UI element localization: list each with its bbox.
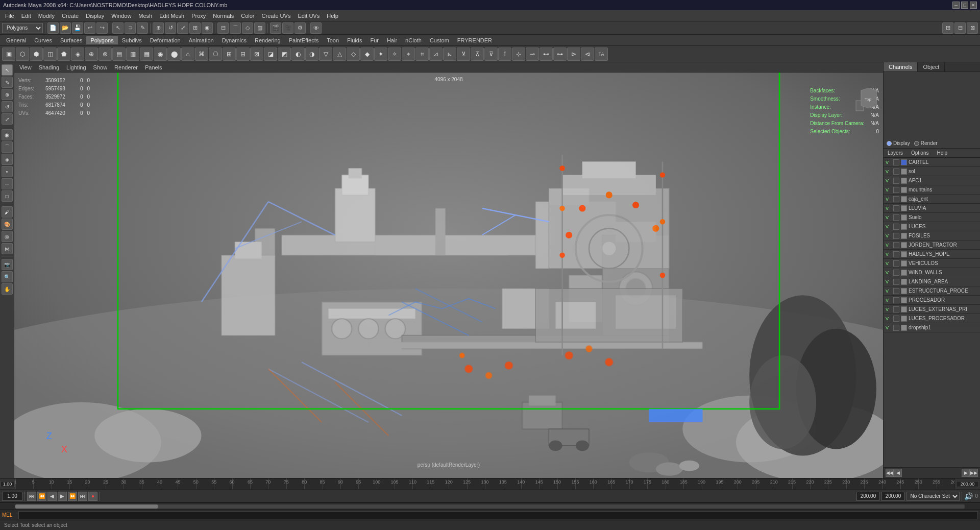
top-right-icon3[interactable]: ⊠ <box>967 22 978 34</box>
cat-general[interactable]: General <box>2 36 30 44</box>
poly-tool-15[interactable]: ⌘ <box>195 47 208 61</box>
layer-color-lucesexternas[interactable] <box>901 306 907 312</box>
options-tab[interactable]: Options <box>909 150 930 156</box>
layer-v-vehiculos[interactable]: V <box>886 261 892 266</box>
component-mode[interactable]: ◈ <box>2 154 13 165</box>
layer-v-suelo[interactable]: V <box>886 215 892 220</box>
paint-tool[interactable]: ✎ <box>2 77 13 88</box>
move-tool[interactable]: ⊕ <box>2 89 13 100</box>
cat-fur[interactable]: Fur <box>366 36 383 44</box>
poly-tool-25[interactable]: △ <box>333 47 346 61</box>
zoom-tool[interactable]: 🔍 <box>2 271 13 282</box>
cat-dynamics[interactable]: Dynamics <box>218 36 251 44</box>
pan-tool[interactable]: ✋ <box>2 283 13 295</box>
poly-tool-14[interactable]: ⌂ <box>181 47 194 61</box>
poly-tool-12[interactable]: ◉ <box>154 47 167 61</box>
scale-tool[interactable]: ⤢ <box>2 113 13 125</box>
poly-tool-20[interactable]: ◪ <box>264 47 277 61</box>
poly-tool-32[interactable]: ⊿ <box>429 47 443 61</box>
undo-btn[interactable]: ↩ <box>84 22 95 34</box>
layer-color-mountains[interactable] <box>901 187 907 193</box>
menu-edit-uvs[interactable]: Edit UVs <box>295 12 323 20</box>
layer-v-mountains[interactable]: V <box>886 187 892 192</box>
vp-menu-view[interactable]: View <box>16 64 35 71</box>
poly-tool-22[interactable]: ◐ <box>291 47 305 61</box>
character-set-dropdown[interactable]: No Character Set <box>906 492 960 501</box>
poly-tool-30[interactable]: ⌖ <box>402 47 415 61</box>
poly-tool-17[interactable]: ⊞ <box>223 47 236 61</box>
help-tab[interactable]: Help <box>935 150 949 156</box>
poly-tool-31[interactable]: ⌗ <box>415 47 429 61</box>
layer-check-cajaent[interactable] <box>893 196 899 202</box>
layer-check-luces[interactable] <box>893 224 899 230</box>
universal-manip-btn[interactable]: ⊞ <box>189 22 201 34</box>
poly-tool-13[interactable]: ⬤ <box>167 47 181 61</box>
open-scene-btn[interactable]: 📂 <box>60 22 71 34</box>
playback-end2-input[interactable] <box>881 492 904 501</box>
poly-tool-21[interactable]: ◩ <box>278 47 291 61</box>
menu-create[interactable]: Create <box>59 12 82 20</box>
poly-tool-26[interactable]: ◇ <box>347 47 360 61</box>
camera-cube[interactable]: Top <box>853 88 879 113</box>
layer-check-jordentractor[interactable] <box>893 242 899 248</box>
poly-tool-19[interactable]: ⊠ <box>250 47 263 61</box>
cat-curves[interactable]: Curves <box>30 36 56 44</box>
layer-v-windwalls[interactable]: V <box>886 270 892 275</box>
layer-check-lucesprocesador[interactable] <box>893 316 899 322</box>
layer-check-lluvia[interactable] <box>893 205 899 211</box>
snap-grid-btn[interactable]: ⊟ <box>217 22 229 34</box>
goto-end-btn[interactable]: ⏭ <box>78 492 87 501</box>
layer-check-windwalls[interactable] <box>893 270 899 276</box>
layer-color-procesador[interactable] <box>901 297 907 303</box>
layer-v-lluvia[interactable]: V <box>886 206 892 211</box>
poly-tool-35[interactable]: ⊼ <box>471 47 484 61</box>
menu-file[interactable]: File <box>2 12 17 20</box>
move-btn[interactable]: ⊕ <box>153 22 164 34</box>
play-fwd-btn[interactable]: ▶ <box>58 492 67 501</box>
menu-color[interactable]: Color <box>238 12 257 20</box>
snap-point-btn[interactable]: ◇ <box>242 22 253 34</box>
poly-tool-38[interactable]: ⊹ <box>512 47 525 61</box>
range-slider[interactable] <box>15 504 965 509</box>
poly-tool-39[interactable]: ⊸ <box>526 47 539 61</box>
cat-polygons[interactable]: Polygons <box>86 36 117 44</box>
vp-menu-panels[interactable]: Panels <box>142 64 165 71</box>
layer-color-sol[interactable] <box>901 168 907 175</box>
layer-check-mountains[interactable] <box>893 187 899 193</box>
poly-tool-29[interactable]: ✧ <box>388 47 401 61</box>
layer-check-sol[interactable] <box>893 168 899 175</box>
poly-tool-27[interactable]: ◆ <box>360 47 374 61</box>
scale-btn[interactable]: ⤢ <box>177 22 188 34</box>
layer-v-estrucctura[interactable]: V <box>886 288 892 294</box>
cat-ncloth[interactable]: nCloth <box>401 36 426 44</box>
layer-color-landingarea[interactable] <box>901 279 907 285</box>
layer-check-landingarea[interactable] <box>893 279 899 285</box>
layer-check-dropship1[interactable] <box>893 325 899 331</box>
rotate-btn[interactable]: ↺ <box>165 22 176 34</box>
layer-v-jordentractor[interactable]: V <box>886 243 892 248</box>
menu-window[interactable]: Window <box>108 12 134 20</box>
poly-tool-ta[interactable]: TA <box>595 47 608 61</box>
cat-hair[interactable]: Hair <box>383 36 401 44</box>
start-frame-input[interactable] <box>1 481 15 487</box>
show-hide-btn[interactable]: 👁 <box>310 22 322 34</box>
layer-color-vehiculos[interactable] <box>901 260 907 267</box>
poly-tool-2[interactable]: ⬡ <box>16 47 29 61</box>
layer-color-apc1[interactable] <box>901 178 907 184</box>
layer-v-apc1[interactable]: V <box>886 178 892 183</box>
poly-tool-4[interactable]: ◫ <box>43 47 57 61</box>
vertex-mode[interactable]: • <box>2 166 13 177</box>
vp-menu-lighting[interactable]: Lighting <box>63 64 89 71</box>
poly-tool-43[interactable]: ⊲ <box>581 47 594 61</box>
poly-tool-37[interactable]: ⊺ <box>498 47 511 61</box>
record-btn[interactable]: ● <box>88 492 97 501</box>
sculpt-tool[interactable]: 🖌 <box>2 206 13 218</box>
render-settings-btn[interactable]: ⚙ <box>295 22 306 34</box>
top-right-icon2[interactable]: ⊟ <box>954 22 966 34</box>
maximize-button[interactable]: □ <box>961 2 968 9</box>
object-tab[interactable]: Object <box>918 62 945 71</box>
new-scene-btn[interactable]: 📄 <box>47 22 59 34</box>
menu-create-uvs[interactable]: Create UVs <box>259 12 294 20</box>
poly-tool-42[interactable]: ⊳ <box>567 47 580 61</box>
lasso-select[interactable]: ⌒ <box>2 141 13 153</box>
